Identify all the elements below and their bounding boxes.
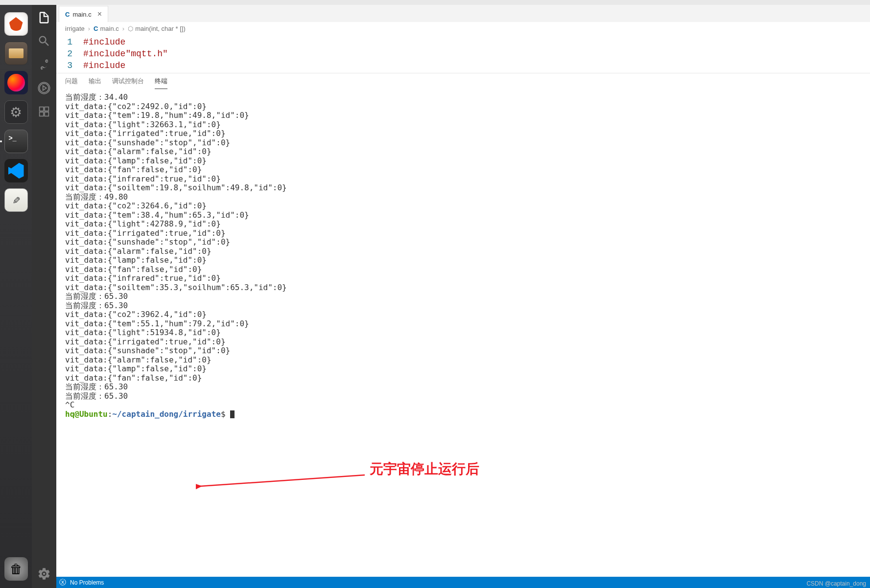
tab-output[interactable]: 输出 [89,74,101,89]
terminal-line: 当前湿度：65.30 [65,392,861,401]
terminal-line: vit_data:{"co2":3264.6,"id":0} [65,202,861,211]
terminal-tabs: 问题 输出 调试控制台 终端 [56,73,870,89]
terminal-line: vit_data:{"fan":false,"id":0} [65,374,861,383]
annotation-arrow-icon [196,473,367,492]
code-line: 1#include [56,36,870,48]
code-content: #include [83,60,125,71]
code-content: #include"mqtt.h" [83,48,168,60]
terminal-line: vit_data:{"light":42788.9,"id":0} [65,220,861,229]
symbol-icon: ⬡ [128,25,133,32]
terminal-line: vit_data:{"sunshade":"stop","id":0} [65,138,861,148]
text-editor-icon[interactable] [4,188,28,212]
terminal-line: vit_data:{"light":51934.8,"id":0} [65,328,861,338]
terminal-line: vit_data:{"fan":false,"id":0} [65,265,861,274]
terminal-line: 当前湿度：65.30 [65,301,861,311]
terminal-line: vit_data:{"alarm":false,"id":0} [65,356,861,365]
run-debug-icon[interactable] [37,81,51,95]
editor-area: C main.c × irrigate › C main.c › ⬡ main(… [56,5,870,588]
chevron-right-icon: › [88,25,90,32]
close-icon[interactable]: × [97,10,102,19]
code-line: 3#include [56,60,870,71]
terminal-line: vit_data:{"light":32663.1,"id":0} [65,120,861,130]
watermark: CSDN @captain_dong [806,580,866,587]
files-icon[interactable] [4,42,28,65]
terminal-line: 当前湿度：49.80 [65,193,861,202]
source-control-icon[interactable] [37,58,51,71]
error-icon: ⓧ [59,578,66,587]
code-content: #include [83,36,125,48]
terminal-line: vit_data:{"fan":false,"id":0} [65,165,861,175]
ubuntu-launcher-icon[interactable] [4,12,28,36]
code-line: 2#include"mqtt.h" [56,48,870,60]
firefox-icon[interactable] [4,71,28,94]
terminal-line: ^C [65,401,861,410]
terminal-line: vit_data:{"lamp":false,"id":0} [65,256,861,265]
terminal-panel: 问题 输出 调试控制台 终端 当前湿度：34.40vit_data:{"co2"… [56,73,870,577]
code-editor[interactable]: 1#include2#include"mqtt.h"3#include [56,35,870,73]
terminal-line: vit_data:{"lamp":false,"id":0} [65,157,861,166]
terminal-line: vit_data:{"infrared":true,"id":0} [65,274,861,283]
terminal-line: 当前湿度：34.40 [65,93,861,102]
terminal-output[interactable]: 当前湿度：34.40vit_data:{"co2":2492.0,"id":0}… [56,89,870,577]
explorer-icon[interactable] [37,11,51,24]
status-bar[interactable]: ⓧ No Problems [56,577,870,588]
terminal-line: 当前湿度：65.30 [65,383,861,392]
tab-problems[interactable]: 问题 [65,74,78,89]
terminal-line: vit_data:{"tem":38.4,"hum":65.3,"id":0} [65,211,861,220]
chevron-right-icon: › [122,25,124,32]
terminal-line: vit_data:{"soiltem":19.8,"soilhum":49.8,… [65,183,861,193]
breadcrumb-file: main.c [100,25,118,32]
trash-icon[interactable] [4,557,28,581]
window-top-strip [0,0,870,5]
terminal-line: vit_data:{"alarm":false,"id":0} [65,147,861,157]
extensions-icon[interactable] [37,105,51,118]
line-number: 3 [56,60,83,71]
terminal-line: vit_data:{"tem":19.8,"hum":49.8,"id":0} [65,111,861,120]
terminal-line: vit_data:{"irrigated":true,"id":0} [65,129,861,138]
terminal-icon[interactable] [4,130,28,153]
breadcrumb[interactable]: irrigate › C main.c › ⬡ main(int, char *… [56,22,870,35]
c-file-icon: C [94,25,98,32]
terminal-line: vit_data:{"co2":3962.4,"id":0} [65,310,861,319]
breadcrumb-symbol: main(int, char * []) [135,25,186,32]
terminal-line: vit_data:{"co2":2492.0,"id":0} [65,102,861,112]
annotation-text: 元宇宙停止运行后 [370,465,479,474]
tab-bar: C main.c × [56,5,870,22]
line-number: 2 [56,48,83,60]
tab-main-c[interactable]: C main.c × [59,6,108,22]
vscode-icon[interactable] [4,159,28,182]
settings-tool-icon[interactable] [4,100,28,124]
search-icon[interactable] [37,34,51,48]
tab-debug-console[interactable]: 调试控制台 [112,74,144,89]
cursor [230,410,235,418]
terminal-prompt[interactable]: hq@Ubuntu:~/captain_dong/irrigate$ [65,410,861,419]
terminal-line: vit_data:{"sunshade":"stop","id":0} [65,238,861,247]
ubuntu-dock [0,5,32,588]
status-text: No Problems [70,579,104,586]
terminal-line: vit_data:{"infrared":true,"id":0} [65,175,861,184]
gear-icon[interactable] [37,567,51,581]
breadcrumb-root: irrigate [65,25,85,32]
terminal-line: vit_data:{"lamp":false,"id":0} [65,364,861,374]
terminal-line: vit_data:{"irrigated":true,"id":0} [65,229,861,238]
terminal-line: vit_data:{"alarm":false,"id":0} [65,247,861,256]
terminal-line: vit_data:{"irrigated":true,"id":0} [65,338,861,347]
tab-label: main.c [72,11,91,18]
tab-terminal[interactable]: 终端 [155,74,167,89]
terminal-line: vit_data:{"sunshade":"stop","id":0} [65,346,861,356]
terminal-line: vit_data:{"tem":55.1,"hum":79.2,"id":0} [65,319,861,329]
terminal-line: vit_data:{"soiltem":35.3,"soilhum":65.3,… [65,283,861,293]
c-file-icon: C [65,11,70,18]
svg-line-1 [200,475,365,486]
activity-bar [32,5,56,588]
line-number: 1 [56,36,83,48]
terminal-line: 当前湿度：65.30 [65,292,861,301]
